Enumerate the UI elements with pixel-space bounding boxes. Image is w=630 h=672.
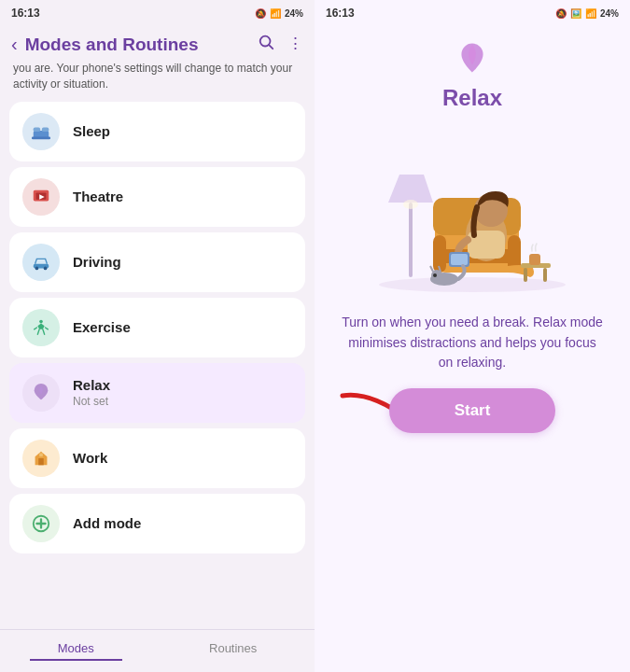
relax-sub: Not set	[73, 395, 110, 408]
right-status-icons: 🔕 🖼️ 📶 24%	[555, 8, 619, 19]
work-name: Work	[73, 450, 107, 466]
relax-text: Relax Not set	[73, 377, 110, 408]
driving-text: Driving	[73, 254, 121, 270]
subtitle-text: you are. Your phone's settings will chan…	[0, 61, 315, 102]
mode-item-driving[interactable]: Driving	[9, 232, 305, 292]
header: ‹ Modes and Routines ⋮	[0, 26, 315, 61]
svg-rect-37	[543, 268, 547, 282]
battery-left: 24%	[285, 8, 303, 19]
silent-icon: 🔕	[255, 8, 266, 19]
svg-line-1	[269, 45, 273, 49]
driving-name: Driving	[73, 254, 121, 270]
svg-rect-13	[38, 458, 44, 465]
silent-icon-right: 🔕	[555, 8, 567, 19]
svg-rect-19	[409, 203, 413, 277]
right-time: 16:13	[326, 7, 355, 20]
arrow-start-area: Start	[333, 388, 611, 433]
start-button[interactable]: Start	[389, 388, 556, 433]
right-panel: 16:13 🔕 🖼️ 📶 24% Relax	[315, 0, 630, 672]
svg-point-34	[433, 273, 437, 277]
battery-right: 24%	[600, 8, 619, 19]
theatre-text: Theatre	[73, 189, 123, 204]
svg-rect-36	[524, 268, 527, 282]
svg-rect-31	[451, 254, 468, 265]
svg-point-18	[379, 277, 566, 292]
add-text: Add mode	[73, 515, 141, 531]
left-time: 16:13	[11, 7, 40, 20]
theatre-icon	[22, 178, 60, 216]
status-bar-right: 16:13 🔕 🖼️ 📶 24%	[315, 0, 630, 26]
add-name: Add mode	[73, 515, 141, 531]
sleep-name: Sleep	[73, 123, 110, 139]
exercise-icon	[22, 309, 60, 346]
back-button[interactable]: ‹	[11, 34, 18, 55]
svg-point-21	[403, 200, 418, 209]
relax-name: Relax	[73, 377, 110, 393]
sleep-icon	[22, 113, 60, 150]
bottom-tabs: Modes Routines	[0, 629, 315, 672]
wifi-icon-right: 📶	[585, 8, 596, 19]
svg-point-10	[35, 266, 39, 270]
search-icon[interactable]	[258, 34, 274, 55]
relax-illustration	[360, 128, 584, 296]
svg-rect-38	[529, 254, 540, 265]
relax-description: Turn on when you need a break. Relax mod…	[333, 313, 611, 373]
left-status-icons: 🔕 📶 24%	[255, 8, 303, 19]
relax-page-title: Relax	[442, 85, 502, 111]
wifi-icon: 📶	[270, 8, 281, 19]
mode-item-sleep[interactable]: Sleep	[9, 102, 305, 161]
header-icons: ⋮	[258, 34, 303, 55]
tab-modes[interactable]: Modes	[30, 637, 122, 661]
status-bar-left: 16:13 🔕 📶 24%	[0, 0, 315, 26]
add-icon	[22, 505, 60, 542]
svg-point-12	[39, 319, 43, 323]
driving-icon	[22, 244, 60, 281]
mode-item-work[interactable]: Work	[9, 428, 305, 488]
theatre-name: Theatre	[73, 189, 123, 204]
page-title: Modes and Routines	[25, 35, 258, 55]
modes-list: Sleep Theatre Driving	[0, 102, 315, 629]
work-icon	[22, 440, 60, 477]
gallery-icon: 🖼️	[570, 8, 581, 19]
svg-rect-5	[32, 136, 50, 139]
tab-routines[interactable]: Routines	[181, 637, 285, 661]
relax-icon	[22, 374, 60, 412]
tab-modes-label: Modes	[58, 641, 94, 655]
more-icon[interactable]: ⋮	[287, 34, 303, 55]
tab-routines-label: Routines	[209, 641, 257, 655]
svg-rect-3	[34, 127, 40, 132]
exercise-text: Exercise	[73, 319, 131, 335]
left-panel: 16:13 🔕 📶 24% ‹ Modes and Routines ⋮ you…	[0, 0, 315, 672]
right-content: Relax	[315, 26, 630, 672]
exercise-name: Exercise	[73, 319, 131, 335]
mode-item-exercise[interactable]: Exercise	[9, 298, 305, 357]
sleep-text: Sleep	[73, 123, 110, 139]
svg-rect-14	[39, 453, 43, 456]
svg-point-11	[44, 266, 48, 270]
work-text: Work	[73, 450, 107, 466]
relax-leaf-icon	[457, 41, 487, 81]
mode-item-relax[interactable]: Relax Not set	[9, 363, 305, 423]
mode-item-add[interactable]: Add mode	[9, 494, 305, 553]
svg-marker-20	[388, 175, 433, 203]
mode-item-theatre[interactable]: Theatre	[9, 167, 305, 227]
svg-rect-4	[42, 127, 49, 132]
